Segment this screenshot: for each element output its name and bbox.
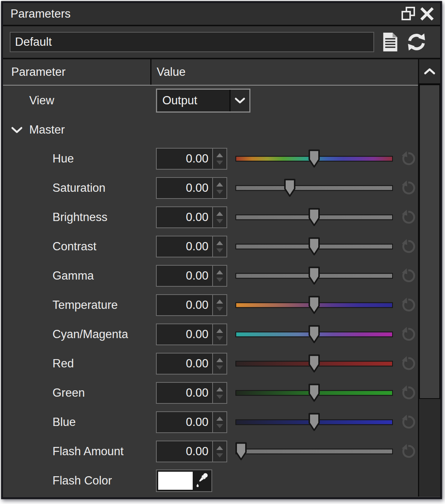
- slider-handle[interactable]: [308, 384, 320, 402]
- scroll-up-button[interactable]: [419, 59, 440, 84]
- spinbox-steppers[interactable]: [212, 207, 226, 227]
- collapse-chevron-icon[interactable]: [10, 126, 23, 134]
- slider[interactable]: [235, 206, 393, 228]
- spin-up-icon[interactable]: [216, 299, 223, 304]
- slider[interactable]: [235, 323, 393, 345]
- reset-button[interactable]: [400, 443, 417, 460]
- spin-up-icon[interactable]: [216, 270, 223, 274]
- spin-down-icon[interactable]: [216, 453, 223, 457]
- spinbox-steppers[interactable]: [212, 266, 226, 286]
- spin-up-icon[interactable]: [216, 182, 223, 187]
- reset-button[interactable]: [400, 179, 417, 197]
- reset-button[interactable]: [400, 414, 417, 431]
- spin-down-icon[interactable]: [216, 366, 223, 370]
- value-spinbox[interactable]: 0.00: [156, 206, 227, 228]
- close-button[interactable]: [418, 5, 436, 23]
- view-dropdown-button[interactable]: [229, 90, 249, 111]
- spin-down-icon[interactable]: [216, 395, 223, 399]
- reset-button[interactable]: [400, 296, 417, 314]
- spinbox-steppers[interactable]: [212, 236, 226, 257]
- spin-down-icon[interactable]: [216, 424, 223, 428]
- slider[interactable]: [235, 236, 393, 257]
- slider-handle[interactable]: [284, 179, 296, 197]
- preset-name-input[interactable]: Default: [10, 32, 374, 52]
- slider[interactable]: [235, 411, 393, 433]
- spin-up-icon[interactable]: [216, 446, 223, 450]
- spin-down-icon[interactable]: [216, 336, 223, 340]
- spinbox-steppers[interactable]: [212, 178, 226, 198]
- slider-track[interactable]: [235, 449, 393, 454]
- slider-handle[interactable]: [308, 208, 320, 227]
- view-dropdown[interactable]: Output: [156, 89, 250, 113]
- slider-handle[interactable]: [308, 325, 320, 344]
- slider-handle[interactable]: [308, 149, 320, 168]
- slider-handle[interactable]: [308, 296, 320, 314]
- reset-button[interactable]: [400, 209, 417, 226]
- slider[interactable]: [235, 353, 393, 375]
- preset-refresh-button[interactable]: [406, 31, 427, 53]
- spin-up-icon[interactable]: [216, 417, 223, 421]
- spin-up-icon[interactable]: [216, 329, 223, 333]
- spinbox-steppers[interactable]: [212, 412, 226, 432]
- spin-down-icon[interactable]: [216, 278, 223, 282]
- reset-button[interactable]: [400, 238, 417, 255]
- value-spinbox[interactable]: 0.00: [156, 148, 227, 170]
- spin-up-icon[interactable]: [216, 387, 223, 391]
- slider-handle[interactable]: [308, 354, 320, 373]
- slider-handle[interactable]: [235, 442, 247, 461]
- value-spinbox[interactable]: 0.00: [156, 411, 227, 433]
- spin-down-icon[interactable]: [216, 248, 223, 253]
- slider[interactable]: [235, 265, 393, 287]
- spin-up-icon[interactable]: [216, 212, 223, 216]
- parameter-row: Green 0.00: [3, 378, 418, 408]
- scrollbar-track[interactable]: [419, 399, 440, 496]
- spin-up-icon[interactable]: [216, 358, 223, 362]
- preset-notes-button[interactable]: [380, 31, 400, 53]
- color-swatch[interactable]: [158, 472, 193, 490]
- value-spinbox[interactable]: 0.00: [156, 294, 227, 316]
- reset-button[interactable]: [400, 150, 417, 167]
- slider-track[interactable]: [235, 185, 393, 191]
- reset-button[interactable]: [400, 384, 417, 402]
- value-spinbox[interactable]: 0.00: [156, 382, 227, 404]
- undock-button[interactable]: [399, 5, 418, 23]
- slider-handle[interactable]: [308, 266, 320, 285]
- spin-down-icon[interactable]: [216, 190, 223, 194]
- value-spinbox[interactable]: 0.00: [156, 177, 227, 199]
- value-spinbox[interactable]: 0.00: [156, 323, 227, 345]
- spinbox-steppers[interactable]: [212, 441, 226, 462]
- value-spinbox[interactable]: 0.00: [156, 236, 227, 257]
- eyedropper-button[interactable]: [193, 472, 210, 489]
- slider-handle[interactable]: [308, 413, 320, 432]
- slider[interactable]: [235, 382, 393, 404]
- reset-button[interactable]: [400, 355, 417, 372]
- spin-down-icon[interactable]: [216, 161, 223, 165]
- panel-titlebar[interactable]: Parameters: [3, 3, 440, 26]
- slider[interactable]: [235, 148, 393, 170]
- value-spinbox[interactable]: 0.00: [156, 353, 227, 375]
- slider[interactable]: [235, 177, 393, 199]
- scrollbar-thumb[interactable]: [419, 84, 440, 399]
- spinbox-steppers[interactable]: [212, 324, 226, 345]
- parameters-panel: Parameters Default: [1, 1, 442, 499]
- value-spinbox[interactable]: 0.00: [156, 265, 227, 287]
- spin-down-icon[interactable]: [216, 219, 223, 223]
- spin-down-icon[interactable]: [216, 307, 223, 311]
- reset-button[interactable]: [400, 326, 417, 343]
- slider[interactable]: [235, 294, 393, 316]
- spinbox-steppers[interactable]: [212, 295, 226, 315]
- spin-up-icon[interactable]: [216, 153, 223, 157]
- spinbox-steppers[interactable]: [212, 383, 226, 403]
- reset-button[interactable]: [400, 267, 417, 284]
- color-picker[interactable]: [156, 469, 212, 492]
- reset-icon: [400, 296, 417, 314]
- slider-handle[interactable]: [308, 237, 320, 256]
- spinbox-steppers[interactable]: [212, 149, 226, 169]
- vertical-scrollbar[interactable]: [418, 59, 440, 496]
- master-group-row[interactable]: Master: [3, 116, 418, 144]
- spin-up-icon[interactable]: [216, 241, 223, 245]
- column-header-value: Value: [151, 59, 418, 85]
- slider[interactable]: [235, 441, 393, 462]
- value-spinbox[interactable]: 0.00: [156, 441, 227, 462]
- spinbox-steppers[interactable]: [212, 354, 226, 374]
